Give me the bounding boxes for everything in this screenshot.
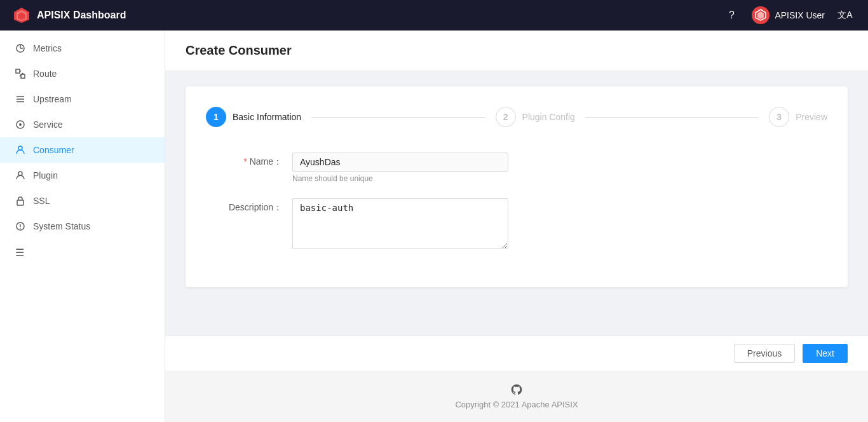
sidebar: Metrics Route Upstream Service Consumer (0, 31, 165, 422)
consumer-icon (15, 145, 25, 155)
sidebar-item-ssl[interactable]: SSL (0, 188, 165, 214)
sidebar-item-service[interactable]: Service (0, 112, 165, 137)
sidebar-item-system-status[interactable]: System Status (0, 214, 165, 239)
app-title: APISIX Dashboard (37, 10, 126, 21)
step-3-circle: 3 (769, 107, 789, 127)
step-3: 3 Preview (769, 107, 827, 127)
ssl-icon (15, 196, 25, 206)
apisix-logo-icon (13, 6, 31, 24)
name-input-wrap: Name should be unique (292, 153, 508, 183)
description-field-row: Description： basic-auth (206, 198, 827, 252)
sidebar-collapse-button[interactable]: ☰ (0, 239, 165, 266)
user-menu[interactable]: APISIX User (752, 6, 825, 24)
svg-rect-8 (16, 69, 20, 73)
svg-rect-20 (17, 200, 24, 205)
description-input[interactable]: basic-auth (292, 198, 508, 249)
header-actions: ? APISIX User 文A (721, 5, 855, 25)
step-1-circle: 1 (206, 107, 226, 127)
name-field-row: *Name： Name should be unique (206, 153, 827, 183)
sidebar-label-consumer: Consumer (33, 145, 74, 155)
step-1-label: Basic Information (233, 112, 301, 122)
sidebar-label-service: Service (33, 119, 63, 130)
step-3-number: 3 (776, 112, 782, 122)
sidebar-label-upstream: Upstream (33, 94, 72, 104)
step-2-circle: 2 (496, 107, 516, 127)
route-icon (15, 69, 25, 79)
sidebar-label-metrics: Metrics (33, 43, 62, 53)
svg-point-18 (18, 146, 22, 150)
previous-button[interactable]: Previous (734, 344, 795, 363)
help-button[interactable]: ? (721, 5, 742, 25)
step-line-1 (311, 117, 485, 118)
sidebar-item-upstream[interactable]: Upstream (0, 86, 165, 112)
translate-button[interactable]: 文A (835, 5, 855, 25)
upstream-icon (15, 94, 25, 104)
svg-point-23 (20, 228, 21, 229)
translate-icon: 文A (837, 10, 852, 21)
sidebar-label-system-status: System Status (33, 221, 90, 231)
sidebar-label-ssl: SSL (33, 196, 50, 206)
svg-point-17 (19, 123, 22, 126)
step-2: 2 Plugin Config (496, 107, 575, 127)
step-1-number: 1 (214, 112, 219, 122)
content-area: 1 Basic Information 2 Plugin Config (165, 71, 868, 336)
action-footer: Previous Next (165, 336, 868, 371)
system-status-icon (15, 221, 25, 231)
name-required: * (243, 156, 247, 167)
github-icon (178, 383, 855, 396)
help-icon: ? (729, 10, 735, 21)
next-button[interactable]: Next (803, 344, 848, 363)
page-title: Create Consumer (186, 43, 848, 58)
sidebar-item-consumer[interactable]: Consumer (0, 137, 165, 163)
main-content: Create Consumer 1 Basic Information 2 (165, 31, 868, 422)
step-line-2 (585, 117, 759, 118)
description-input-wrap: basic-auth (292, 198, 508, 252)
sidebar-label-route: Route (33, 69, 57, 79)
description-label: Description： (206, 198, 282, 214)
name-input[interactable] (292, 153, 508, 172)
logo: APISIX Dashboard (13, 6, 126, 24)
plugin-icon (15, 170, 25, 180)
page-footer: Copyright © 2021 Apache APISIX (165, 371, 868, 422)
page-header: Create Consumer (165, 31, 868, 71)
name-label: *Name： (206, 153, 282, 168)
form-card: 1 Basic Information 2 Plugin Config (186, 86, 848, 287)
user-label: APISIX User (775, 10, 825, 20)
name-hint: Name should be unique (292, 174, 508, 183)
app-header: APISIX Dashboard ? APISIX User 文A (0, 0, 868, 31)
svg-point-19 (18, 172, 22, 175)
step-3-label: Preview (796, 112, 827, 122)
step-2-number: 2 (503, 112, 508, 122)
avatar (752, 6, 770, 24)
sidebar-item-plugin[interactable]: Plugin (0, 163, 165, 188)
sidebar-item-route[interactable]: Route (0, 61, 165, 86)
step-2-label: Plugin Config (522, 112, 575, 122)
sidebar-label-plugin: Plugin (33, 170, 58, 180)
collapse-icon: ☰ (15, 247, 24, 258)
sidebar-item-metrics[interactable]: Metrics (0, 36, 165, 61)
copyright-text: Copyright © 2021 Apache APISIX (455, 400, 578, 409)
service-icon (15, 119, 25, 130)
svg-marker-4 (757, 11, 764, 19)
step-1: 1 Basic Information (206, 107, 301, 127)
stepper: 1 Basic Information 2 Plugin Config (206, 107, 827, 127)
metrics-icon (15, 43, 25, 53)
